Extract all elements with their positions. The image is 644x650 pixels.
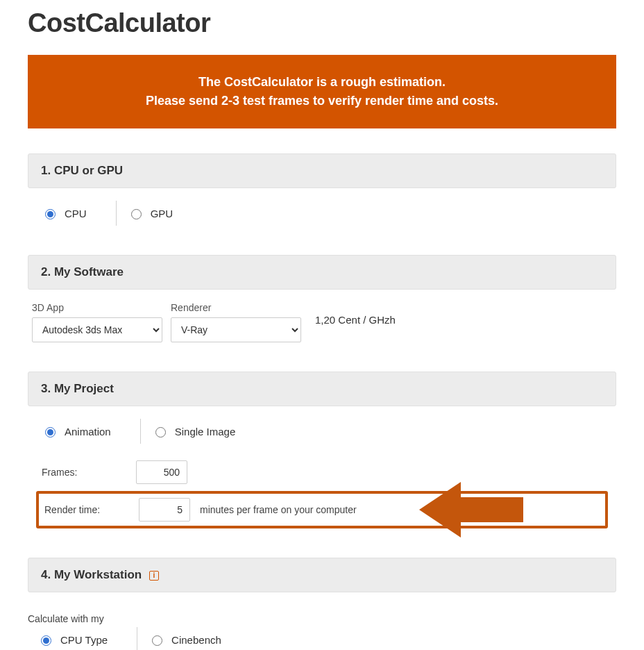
render-time-after: minutes per frame on your computer [200, 504, 357, 515]
price-text: 1,20 Cent / GHzh [315, 314, 396, 331]
app-label: 3D App [32, 302, 162, 313]
page-title: CostCalculator [28, 8, 616, 38]
info-icon[interactable]: i [149, 571, 159, 581]
svg-marker-0 [419, 482, 523, 538]
section-2-header: 2. My Software [28, 255, 616, 290]
radio-animation-label: Animation [65, 426, 111, 438]
radio-single-image-label: Single Image [175, 426, 236, 438]
calculate-label: Calculate with my [28, 605, 612, 627]
separator [140, 419, 141, 444]
radio-cinebench-label: Cinebench [171, 634, 221, 646]
frames-input[interactable] [136, 460, 187, 484]
radio-cpu-label: CPU [65, 208, 87, 219]
separator [137, 627, 137, 650]
radio-gpu-label: GPU [151, 208, 173, 219]
section-4-header: 4. My Workstation i [28, 558, 616, 592]
renderer-label: Renderer [171, 302, 301, 313]
radio-cpu-type-input[interactable] [41, 635, 51, 646]
section-3-header: 3. My Project [28, 372, 616, 406]
section-4-heading-text: 4. My Workstation [41, 568, 142, 581]
radio-single-image-input[interactable] [155, 427, 166, 438]
app-select[interactable]: Autodesk 3ds Max [32, 317, 162, 342]
frames-label: Frames: [36, 467, 126, 478]
radio-cinebench-input[interactable] [152, 635, 162, 646]
radio-gpu-input[interactable] [131, 209, 142, 219]
banner-line2: Please send 2-3 test frames to verify re… [146, 94, 498, 108]
renderer-select[interactable]: V-Ray [171, 317, 301, 342]
radio-animation[interactable]: Animation [42, 421, 129, 442]
radio-cpu-type-label: CPU Type [60, 634, 108, 646]
render-time-label: Render time: [39, 504, 129, 515]
render-time-highlight: Render time: minutes per frame on your c… [36, 491, 608, 528]
info-banner: The CostCalculator is a rough estimation… [28, 55, 616, 128]
radio-cpu-input[interactable] [45, 209, 56, 219]
arrow-icon [419, 482, 523, 538]
radio-cpu-type[interactable]: CPU Type [37, 629, 126, 650]
radio-animation-input[interactable] [45, 427, 56, 438]
radio-cpu[interactable]: CPU [42, 203, 105, 224]
separator [116, 201, 117, 226]
radio-cinebench[interactable]: Cinebench [149, 629, 239, 650]
render-time-input[interactable] [139, 498, 190, 522]
radio-gpu[interactable]: GPU [128, 203, 192, 224]
banner-line1: The CostCalculator is a rough estimation… [198, 75, 446, 89]
radio-single-image[interactable]: Single Image [152, 421, 254, 442]
section-1-header: 1. CPU or GPU [28, 153, 616, 188]
